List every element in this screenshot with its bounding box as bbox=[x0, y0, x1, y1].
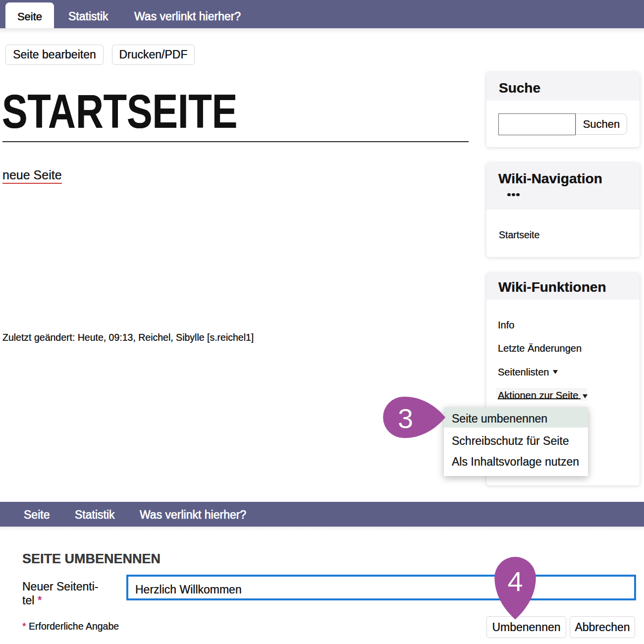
svg-text:4: 4 bbox=[507, 566, 523, 597]
svg-text:3: 3 bbox=[398, 403, 413, 434]
